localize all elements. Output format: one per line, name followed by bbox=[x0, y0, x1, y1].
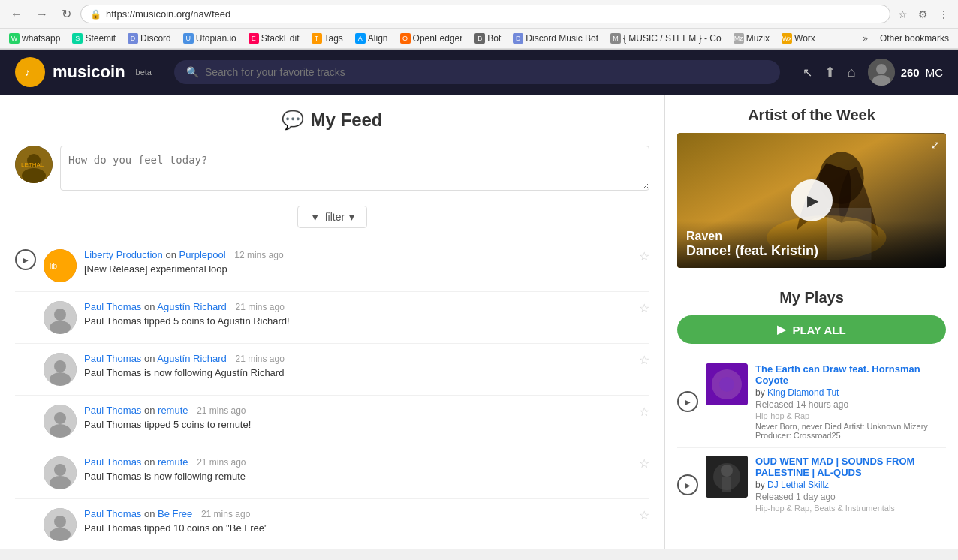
bookmark-muzix[interactable]: Mz Muzix bbox=[731, 32, 773, 45]
star-button[interactable]: ☆ bbox=[639, 301, 649, 315]
aow-image[interactable]: ▶ ⤢ Raven Dance! (feat. Kristin) bbox=[677, 133, 946, 268]
bookmark-worx[interactable]: Wx Worx bbox=[779, 32, 818, 45]
feed-user-link[interactable]: Paul Thomas bbox=[84, 405, 141, 416]
aow-artist-name: Raven bbox=[686, 230, 937, 243]
feed-item: Paul Thomas on Agustín Richard 21 mins a… bbox=[15, 344, 649, 396]
post-textarea[interactable] bbox=[60, 146, 649, 191]
logo-icon: ♪ bbox=[15, 57, 45, 87]
bookmarks-more-button[interactable]: » bbox=[863, 33, 868, 44]
svg-rect-39 bbox=[722, 477, 731, 492]
svg-point-0 bbox=[20, 62, 40, 82]
bookmark-discord[interactable]: D Discord bbox=[125, 32, 174, 45]
home-button[interactable]: ⌂ bbox=[848, 65, 856, 80]
svg-point-16 bbox=[50, 372, 71, 386]
back-button[interactable]: ← bbox=[6, 6, 27, 23]
svg-point-15 bbox=[54, 360, 66, 372]
feed-item-avatar bbox=[44, 301, 77, 334]
feed-target-link[interactable]: remute bbox=[158, 405, 188, 416]
star-button[interactable]: ☆ bbox=[639, 508, 649, 522]
expand-button[interactable]: ⤢ bbox=[931, 139, 940, 151]
artist-link[interactable]: King Diamond Tut bbox=[767, 387, 839, 398]
track-play-button[interactable]: ▶ bbox=[677, 391, 698, 412]
feed-user-link[interactable]: Paul Thomas bbox=[84, 301, 141, 312]
filter-button[interactable]: ▼ filter ▾ bbox=[297, 206, 367, 228]
bookmark-stackedit[interactable]: E StackEdit bbox=[246, 32, 303, 45]
play-all-button[interactable]: ▶ PLAY ALL bbox=[677, 315, 946, 344]
search-input[interactable] bbox=[205, 66, 768, 78]
menu-btn[interactable]: ⋮ bbox=[935, 7, 952, 22]
feed-target-link[interactable]: Agustín Richard bbox=[157, 301, 227, 312]
feed-list: ▶ lib Liberty Production on Purplepool 1… bbox=[15, 240, 649, 549]
track-title[interactable]: OUD WENT MAD | SOUNDS FROM PALESTINE | A… bbox=[755, 456, 946, 478]
bookmark-favicon: A bbox=[355, 33, 366, 44]
feed-item-header: Paul Thomas on remute 21 mins ago bbox=[84, 405, 631, 416]
feed-item-header: Liberty Production on Purplepool 12 mins… bbox=[84, 249, 631, 260]
feed-user-link[interactable]: Paul Thomas bbox=[84, 353, 141, 364]
track-info: The Earth can Draw feat. Hornsman Coyote… bbox=[755, 363, 946, 440]
feed-item-content: Paul Thomas on Agustín Richard 21 mins a… bbox=[84, 353, 631, 378]
feed-user-link[interactable]: Liberty Production bbox=[84, 249, 163, 260]
address-bar[interactable]: 🔒 https://musicoin.org/nav/feed bbox=[80, 5, 890, 23]
bookmark-utopian[interactable]: U Utopian.io bbox=[180, 32, 240, 45]
play-button[interactable]: ▶ bbox=[15, 249, 36, 270]
bookmark-bot[interactable]: B Bot bbox=[471, 32, 504, 45]
star-button[interactable]: ☆ bbox=[639, 353, 649, 367]
track-release: Released 14 hours ago bbox=[755, 399, 946, 410]
feed-item-text: Paul Thomas is now following Agustín Ric… bbox=[84, 367, 631, 378]
feed-user-link[interactable]: Paul Thomas bbox=[84, 508, 141, 519]
feed-user-link[interactable]: Paul Thomas bbox=[84, 456, 141, 468]
musicoin-logo-svg: ♪ bbox=[20, 62, 41, 83]
bookmark-steemit[interactable]: S Steemit bbox=[69, 32, 119, 45]
feed-target-link[interactable]: Purplepool bbox=[179, 249, 225, 260]
balance-amount: 260 bbox=[901, 66, 920, 79]
feed-item: Paul Thomas on Be Free 21 mins ago Paul … bbox=[15, 499, 649, 549]
feed-target-link[interactable]: remute bbox=[158, 456, 188, 468]
my-plays: My Plays ▶ PLAY ALL ▶ The Earth can Draw… bbox=[665, 280, 958, 531]
aow-play-button[interactable]: ▶ bbox=[791, 179, 833, 221]
track-title[interactable]: The Earth can Draw feat. Hornsman Coyote bbox=[755, 363, 946, 386]
play-item: ▶ The Earth can Draw feat. Hornsman Coyo… bbox=[677, 356, 946, 448]
upload-button[interactable]: ⬆ bbox=[824, 64, 836, 80]
search-bar: 🔍 bbox=[174, 60, 780, 84]
bookmark-tags[interactable]: T Tags bbox=[309, 32, 346, 45]
svg-point-13 bbox=[50, 321, 71, 334]
track-release: Released 1 day ago bbox=[755, 492, 946, 502]
avatar-svg: LETHAL bbox=[15, 146, 53, 183]
extensions-btn[interactable]: ⚙ bbox=[915, 7, 931, 22]
svg-point-9 bbox=[44, 249, 77, 282]
feed-item-content: Liberty Production on Purplepool 12 mins… bbox=[84, 249, 631, 275]
track-play-button[interactable]: ▶ bbox=[677, 474, 698, 495]
feed-item-time: 21 mins ago bbox=[235, 302, 284, 312]
bookmark-music-steem[interactable]: M { MUSIC / STEEM } - Co bbox=[607, 32, 725, 45]
logo-area: ♪ musicoin beta bbox=[15, 57, 152, 87]
balance-unit: MC bbox=[926, 66, 943, 79]
feed-item-text: Paul Thomas tipped 5 coins to remute! bbox=[84, 419, 631, 430]
star-button[interactable]: ☆ bbox=[639, 405, 649, 419]
track-artist: by DJ Lethal Skillz bbox=[755, 480, 946, 490]
svg-point-3 bbox=[876, 64, 887, 74]
reload-button[interactable]: ↻ bbox=[57, 5, 76, 23]
star-button[interactable]: ☆ bbox=[639, 249, 649, 263]
aow-title: Artist of the Week bbox=[677, 107, 946, 124]
star-button[interactable]: ☆ bbox=[639, 456, 649, 471]
bookmark-star[interactable]: ☆ bbox=[895, 7, 911, 22]
bookmark-align[interactable]: A Align bbox=[352, 32, 391, 45]
bookmark-other[interactable]: Other bookmarks bbox=[877, 32, 952, 45]
forward-button[interactable]: → bbox=[32, 6, 53, 23]
svg-point-18 bbox=[54, 412, 66, 424]
feed-title: 💬 My Feed bbox=[15, 110, 649, 131]
artist-link[interactable]: DJ Lethal Skillz bbox=[767, 480, 829, 490]
user-avatar[interactable] bbox=[868, 59, 895, 86]
bookmarks-bar: W whatsapp S Steemit D Discord U Utopian… bbox=[0, 29, 958, 49]
bookmark-whatsapp[interactable]: W whatsapp bbox=[6, 32, 63, 45]
feed-target-link[interactable]: Be Free bbox=[158, 508, 192, 519]
feed-item-header: Paul Thomas on Agustín Richard 21 mins a… bbox=[84, 353, 631, 364]
svg-point-19 bbox=[50, 424, 71, 438]
svg-point-21 bbox=[54, 464, 66, 476]
bookmark-openledger[interactable]: O OpenLedger bbox=[397, 32, 466, 45]
feed-item-content: Paul Thomas on remute 21 mins ago Paul T… bbox=[84, 405, 631, 430]
url-text: https://musicoin.org/nav/feed bbox=[106, 8, 881, 20]
feed-item-time: 21 mins ago bbox=[201, 509, 250, 519]
feed-target-link[interactable]: Agustín Richard bbox=[157, 353, 227, 364]
bookmark-discord-music[interactable]: D Discord Music Bot bbox=[510, 32, 601, 45]
